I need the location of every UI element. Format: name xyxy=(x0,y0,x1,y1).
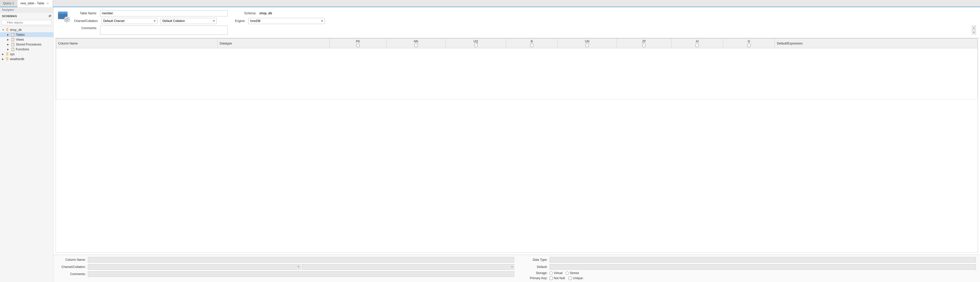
filter-container: 🔍 xyxy=(0,19,53,26)
un-header-checkbox[interactable] xyxy=(585,44,589,47)
uq-header-checkbox[interactable] xyxy=(474,44,477,47)
bottom-charset-label: Charset/Collation: xyxy=(58,265,86,269)
not-null-label[interactable]: Not Null: xyxy=(549,276,566,280)
sidebar-item-label: Stored Procedures xyxy=(16,43,41,46)
zf-header-checkbox[interactable] xyxy=(642,44,646,47)
bottom-column-name-input[interactable] xyxy=(88,257,514,263)
sidebar-item-label: Functions xyxy=(16,48,29,51)
svg-rect-13 xyxy=(69,19,70,20)
tree-container: ▼ 🗄 shop_db ▶ 📋 Tables ▶ 📋 Views ▶ 📋 Sto… xyxy=(0,26,53,282)
bottom-charset-row: Charset/Collation: xyxy=(58,264,514,270)
g-header-checkbox[interactable] xyxy=(747,44,751,47)
svg-rect-10 xyxy=(67,16,67,18)
tab-query1[interactable]: Query 1 xyxy=(0,0,18,6)
content-area: Table Name: Schema: shop_db Charset/Coll… xyxy=(54,7,980,282)
storage-stored-text: Stored xyxy=(570,271,579,275)
bottom-datatype-label: Data Type: xyxy=(519,258,547,261)
table-icon xyxy=(58,11,70,23)
sidebar-item-sys[interactable]: ▶ 🗄 sys xyxy=(0,52,53,56)
charset-select[interactable]: Default Charset xyxy=(101,18,158,24)
col-header-ai: AI xyxy=(671,38,723,48)
scroll-up-arrow[interactable]: ▲ xyxy=(972,26,976,30)
pk-header-checkbox[interactable] xyxy=(356,44,360,47)
storage-stored-radio[interactable] xyxy=(566,271,569,275)
sidebar-header: Navigator xyxy=(0,7,53,13)
form-header: Table Name: Schema: shop_db Charset/Coll… xyxy=(54,7,980,38)
svg-rect-1 xyxy=(58,12,67,14)
ai-header-checkbox[interactable] xyxy=(695,44,699,47)
bottom-datatype-input[interactable] xyxy=(549,257,976,263)
not-null-text: Not Null: xyxy=(554,276,566,280)
main-layout: Navigator SCHEMAS ⇄ 🔍 ▼ 🗄 shop_db ▶ 📋 Ta xyxy=(0,7,980,282)
not-null-checkbox[interactable] xyxy=(549,277,553,280)
bottom-collation-select[interactable] xyxy=(302,264,514,270)
unique-checkbox[interactable] xyxy=(569,277,572,280)
sidebar-item-label: weatherdb xyxy=(10,57,24,61)
sidebar-item-views[interactable]: ▶ 📋 Views xyxy=(0,37,53,42)
database-icon: 🗄 xyxy=(6,57,9,61)
sidebar-item-shop_db[interactable]: ▼ 🗄 shop_db xyxy=(0,27,53,32)
col-header-nn: NN xyxy=(387,38,445,48)
collation-select[interactable]: Default Collation xyxy=(161,18,217,24)
tab-newtable[interactable]: new_table - Table ✕ xyxy=(18,0,53,7)
views-icon: 📋 xyxy=(11,38,15,42)
schemas-icon[interactable]: ⇄ xyxy=(48,14,52,18)
bottom-comments-row: Comments: xyxy=(58,271,514,277)
schemas-header: SCHEMAS ⇄ xyxy=(0,13,53,19)
sidebar-item-label: sys xyxy=(10,53,14,56)
tree-arrow: ▶ xyxy=(2,53,5,56)
schemas-label: SCHEMAS xyxy=(2,14,17,18)
bottom-comments-input[interactable] xyxy=(88,271,514,277)
comments-input[interactable] xyxy=(100,26,228,35)
column-table: Column Name Datatype PK xyxy=(56,38,978,99)
bottom-form-right: Data Type: Default: Storage: Virtual xyxy=(519,257,976,280)
col-header-zf: ZF xyxy=(617,38,671,48)
bottom-column-name-label: Column Name: xyxy=(58,258,86,261)
sidebar-item-tables[interactable]: ▶ 📋 Tables xyxy=(0,32,53,37)
col-header-un: UN xyxy=(558,38,617,48)
col-header-pk: PK xyxy=(329,38,387,48)
storage-virtual-text: Virtual xyxy=(554,271,563,275)
nn-header-checkbox[interactable] xyxy=(414,44,418,47)
bottom-primarykey-row: Primary Key: Not Null: Unique: xyxy=(519,276,976,280)
bottom-default-label: Default: xyxy=(519,265,547,269)
bottom-datatype-row: Data Type: xyxy=(519,257,976,263)
bottom-storage-row: Storage: Virtual Stored xyxy=(519,271,976,275)
bottom-comments-label: Comments: xyxy=(58,272,86,276)
unique-text: Unique: xyxy=(573,276,584,280)
bottom-charset-select[interactable] xyxy=(88,264,301,270)
fn-icon: 📋 xyxy=(11,47,15,51)
sidebar-item-stored-procedures[interactable]: ▶ 📋 Stored Procedures xyxy=(0,42,53,47)
tab-newtable-label: new_table - Table xyxy=(21,2,45,5)
sp-icon: 📋 xyxy=(11,42,15,46)
bottom-storage-label: Storage: xyxy=(519,271,547,275)
engine-select[interactable]: InnoDB xyxy=(248,18,325,24)
tab-bar: Query 1 new_table - Table ✕ xyxy=(0,0,980,7)
sidebar-item-functions[interactable]: ▶ 📋 Functions xyxy=(0,47,53,52)
database-icon: 🗄 xyxy=(6,52,9,56)
b-header-checkbox[interactable] xyxy=(530,44,533,47)
filter-input[interactable] xyxy=(2,20,52,25)
storage-virtual-label[interactable]: Virtual xyxy=(549,271,563,275)
table-name-input[interactable] xyxy=(100,10,228,16)
sidebar: Navigator SCHEMAS ⇄ 🔍 ▼ 🗄 shop_db ▶ 📋 Ta xyxy=(0,7,54,282)
column-table-container: Column Name Datatype PK xyxy=(56,38,978,253)
storage-stored-label[interactable]: Stored xyxy=(566,271,579,275)
sidebar-item-weatherdb[interactable]: ▶ 🗄 weatherdb xyxy=(0,56,53,61)
storage-virtual-radio[interactable] xyxy=(549,271,553,275)
tab-query1-label: Query 1 xyxy=(3,2,14,5)
bottom-form: Column Name: Charset/Collation: xyxy=(54,255,980,282)
sidebar-item-label: shop_db xyxy=(10,28,22,32)
close-tab-button[interactable]: ✕ xyxy=(46,2,49,5)
storage-options: Virtual Stored xyxy=(549,271,579,275)
bottom-default-row: Default: xyxy=(519,264,976,270)
bottom-default-input[interactable] xyxy=(549,264,976,270)
col-header-b: B xyxy=(506,38,558,48)
sidebar-item-label: Views xyxy=(16,38,24,42)
col-header-datatype: Datatype xyxy=(218,38,329,48)
scroll-down-arrow[interactable]: ▼ xyxy=(972,30,976,34)
unique-label[interactable]: Unique: xyxy=(569,276,584,280)
svg-rect-12 xyxy=(64,19,65,20)
tree-arrow: ▶ xyxy=(7,38,10,41)
bottom-charset-selects xyxy=(88,264,514,270)
